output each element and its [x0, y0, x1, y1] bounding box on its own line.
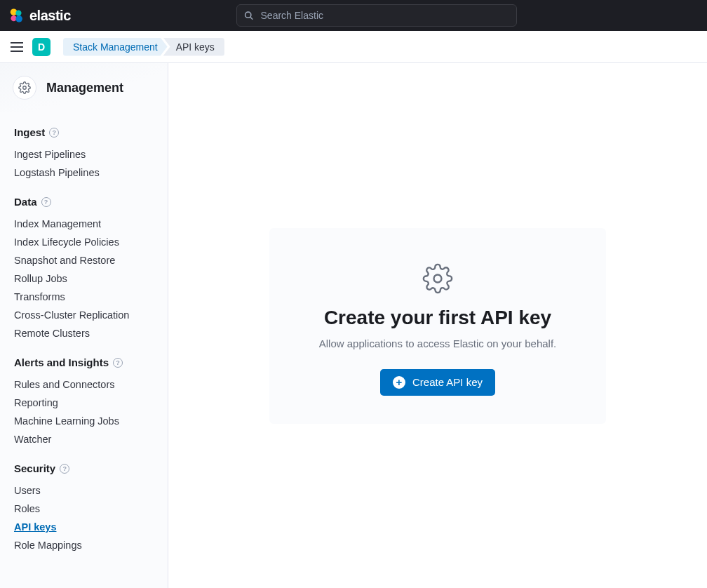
sidebar-section: Data?Index ManagementIndex Lifecycle Pol…: [0, 196, 168, 342]
search-box[interactable]: [236, 4, 517, 27]
svg-point-7: [434, 274, 442, 282]
sidebar-section: Ingest?Ingest PipelinesLogstash Pipeline…: [0, 126, 168, 182]
sidebar-item-role-mappings[interactable]: Role Mappings: [14, 536, 154, 554]
avatar[interactable]: D: [32, 38, 50, 56]
sidebar-section: Security?UsersRolesAPI keysRole Mappings: [0, 462, 168, 554]
sidebar-item-index-management[interactable]: Index Management: [14, 215, 154, 233]
breadcrumb: Stack Management API keys: [63, 38, 224, 56]
sidebar-section: Alerts and Insights?Rules and Connectors…: [0, 356, 168, 448]
sidebar-item-cross-cluster-replication[interactable]: Cross-Cluster Replication: [14, 306, 154, 324]
brand-logo[interactable]: elastic: [8, 8, 71, 24]
plus-icon: +: [393, 376, 405, 389]
search-input[interactable]: [261, 10, 510, 21]
svg-point-4: [245, 12, 251, 18]
search-container: [71, 4, 683, 27]
create-api-key-button[interactable]: + Create API key: [380, 369, 495, 396]
sidebar-item-watcher[interactable]: Watcher: [14, 430, 154, 448]
sidebar-item-rollup-jobs[interactable]: Rollup Jobs: [14, 269, 154, 288]
empty-state-card: Create your first API key Allow applicat…: [269, 228, 606, 424]
svg-point-3: [15, 15, 22, 22]
subheader: D Stack Management API keys: [0, 31, 707, 63]
search-icon: [244, 11, 253, 20]
nav-list: Index ManagementIndex Lifecycle Policies…: [14, 215, 154, 342]
sidebar-item-roles[interactable]: Roles: [14, 500, 154, 518]
top-bar: elastic: [0, 0, 707, 31]
elastic-logo-icon: [8, 8, 24, 23]
sidebar-item-index-lifecycle-policies[interactable]: Index Lifecycle Policies: [14, 233, 154, 251]
create-api-key-button-label: Create API key: [412, 376, 483, 388]
sidebar-item-reporting[interactable]: Reporting: [14, 394, 154, 412]
svg-point-6: [23, 86, 27, 90]
sidebar-item-ingest-pipelines[interactable]: Ingest Pipelines: [14, 145, 154, 163]
sidebar-header: Management: [0, 63, 168, 112]
section-title: Ingest?: [14, 126, 154, 138]
sidebar-item-remote-clusters[interactable]: Remote Clusters: [14, 324, 154, 342]
section-title-label: Data: [14, 196, 37, 208]
sidebar-item-rules-and-connectors[interactable]: Rules and Connectors: [14, 375, 154, 394]
main-content: Create your first API key Allow applicat…: [168, 63, 707, 588]
nav-list: Rules and ConnectorsReportingMachine Lea…: [14, 375, 154, 448]
section-title-label: Security: [14, 462, 55, 474]
gear-icon: [289, 263, 586, 294]
nav-list: UsersRolesAPI keysRole Mappings: [14, 481, 154, 554]
nav-list: Ingest PipelinesLogstash Pipelines: [14, 145, 154, 182]
section-title: Security?: [14, 462, 154, 474]
help-icon[interactable]: ?: [49, 128, 59, 138]
menu-toggle-button[interactable]: [8, 39, 25, 55]
help-icon[interactable]: ?: [60, 464, 69, 474]
sidebar-item-transforms[interactable]: Transforms: [14, 288, 154, 306]
sidebar-item-logstash-pipelines[interactable]: Logstash Pipelines: [14, 163, 154, 182]
section-title: Alerts and Insights?: [14, 356, 154, 368]
breadcrumb-api-keys: API keys: [163, 38, 224, 56]
section-title-label: Ingest: [14, 126, 45, 138]
empty-state-title: Create your first API key: [289, 307, 586, 329]
breadcrumb-stack-management[interactable]: Stack Management: [63, 38, 168, 56]
svg-line-5: [250, 17, 252, 19]
svg-point-1: [15, 10, 21, 15]
section-title-label: Alerts and Insights: [14, 356, 109, 368]
sidebar-item-machine-learning-jobs[interactable]: Machine Learning Jobs: [14, 412, 154, 430]
sidebar-title: Management: [46, 81, 123, 95]
sidebar: Management Ingest?Ingest PipelinesLogsta…: [0, 63, 168, 588]
help-icon[interactable]: ?: [41, 197, 51, 207]
help-icon[interactable]: ?: [113, 358, 123, 368]
section-title: Data?: [14, 196, 154, 208]
sidebar-item-api-keys[interactable]: API keys: [14, 518, 154, 536]
gear-icon: [13, 76, 36, 100]
sidebar-item-snapshot-and-restore[interactable]: Snapshot and Restore: [14, 251, 154, 269]
empty-state-description: Allow applications to access Elastic on …: [289, 338, 586, 349]
sidebar-item-users[interactable]: Users: [14, 481, 154, 500]
brand-text: elastic: [29, 8, 71, 24]
